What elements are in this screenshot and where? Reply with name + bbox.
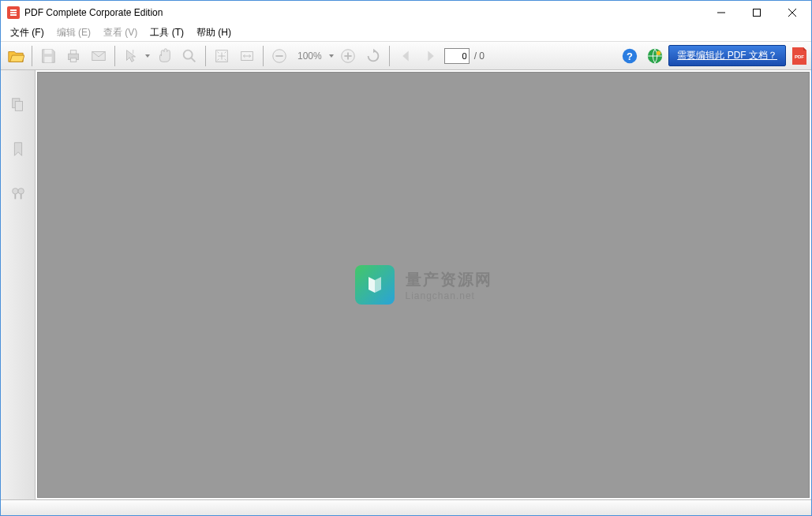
svg-line-15 [191, 57, 196, 62]
svg-text:?: ? [627, 50, 633, 62]
svg-text:PDF: PDF [795, 54, 804, 59]
page-total-label: / 0 [471, 50, 488, 62]
titlebar: PDF Complete Corporate Edition [1, 1, 811, 24]
print-button [62, 44, 85, 68]
web-button[interactable] [643, 44, 667, 68]
fit-page-button [210, 44, 234, 68]
watermark-subtitle: Liangchan.net [406, 290, 492, 301]
svg-rect-29 [15, 101, 22, 110]
watermark-title: 量产资源网 [406, 269, 492, 290]
select-tool-dropdown[interactable] [144, 54, 151, 58]
nav-forward-button [419, 44, 443, 68]
svg-rect-1 [10, 12, 17, 13]
menu-view: 查看 (V) [97, 24, 144, 41]
pdf-icon: PDF [791, 46, 808, 66]
main-area: 量产资源网 Liangchan.net [1, 70, 811, 499]
open-button[interactable] [4, 44, 28, 68]
close-button[interactable] [774, 2, 810, 24]
menu-help[interactable]: 帮助 (H) [190, 24, 238, 41]
watermark-logo-icon [355, 265, 395, 305]
menubar: 文件 (F) 编辑 (E) 查看 (V) 工具 (T) 帮助 (H) [1, 24, 811, 42]
menu-file[interactable]: 文件 (F) [4, 24, 51, 41]
minimize-button[interactable] [703, 2, 739, 24]
zoom-dropdown[interactable] [328, 54, 335, 58]
sidebar [1, 70, 36, 499]
svg-rect-4 [753, 9, 760, 17]
rotate-button [361, 44, 385, 68]
document-viewport[interactable]: 量产资源网 Liangchan.net [37, 72, 810, 498]
search-button [178, 44, 201, 68]
svg-rect-11 [70, 58, 76, 62]
svg-rect-2 [10, 14, 17, 16]
nav-back-button [394, 44, 417, 68]
svg-rect-0 [10, 9, 17, 11]
thumbnails-panel-button[interactable] [7, 94, 29, 116]
zoom-out-button [268, 44, 291, 68]
svg-point-26 [657, 50, 661, 55]
mail-button [87, 44, 110, 68]
watermark: 量产资源网 Liangchan.net [355, 265, 492, 305]
zoom-in-button [336, 44, 360, 68]
edit-pdf-promo-button[interactable]: 需要编辑此 PDF 文档？ [668, 45, 786, 66]
svg-point-31 [18, 189, 24, 194]
hand-tool-button [152, 44, 176, 68]
search-panel-button[interactable] [7, 182, 29, 204]
svg-text:I: I [133, 48, 134, 55]
svg-rect-8 [44, 56, 51, 62]
svg-point-30 [12, 189, 17, 194]
menu-tools[interactable]: 工具 (T) [144, 24, 190, 41]
help-button[interactable]: ? [618, 44, 642, 68]
select-tool-button: I [119, 44, 143, 68]
toolbar: I 100% / 0 ? 需要编辑此 PDF 文档？ PDF [1, 42, 811, 70]
svg-rect-10 [70, 50, 76, 54]
svg-rect-7 [44, 49, 51, 54]
zoom-percent-label: 100% [293, 50, 327, 62]
page-number-input[interactable] [444, 48, 470, 64]
app-icon [7, 6, 20, 19]
save-button [36, 44, 60, 68]
menu-edit: 编辑 (E) [51, 24, 97, 41]
bookmarks-panel-button[interactable] [7, 138, 29, 160]
fit-width-button [235, 44, 259, 68]
statusbar [1, 499, 811, 515]
window-title: PDF Complete Corporate Edition [24, 7, 703, 18]
maximize-button[interactable] [739, 2, 774, 24]
